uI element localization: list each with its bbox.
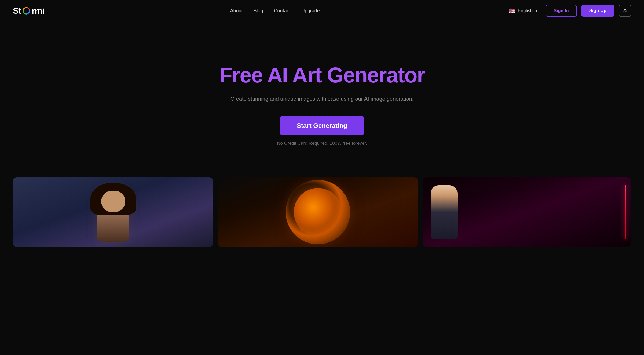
logo-text-end: rmi: [32, 6, 44, 16]
gallery-item-portrait: [13, 177, 213, 247]
signin-button[interactable]: Sign In: [546, 5, 577, 17]
nav-link-contact[interactable]: Contact: [274, 8, 291, 13]
nav-right: 🇺🇸 English ▼ Sign In Sign Up ⚙: [506, 5, 631, 17]
nav-item-blog[interactable]: Blog: [254, 8, 263, 14]
subway-figure: [431, 185, 458, 239]
subway-light-strip-2: [620, 185, 620, 239]
language-label: English: [518, 8, 533, 13]
nav-item-about[interactable]: About: [230, 8, 243, 14]
navbar: St rmi About Blog Contact Upgrade: [0, 0, 644, 21]
logo[interactable]: St rmi: [13, 6, 44, 16]
signup-button[interactable]: Sign Up: [581, 5, 614, 17]
portrait-figure: [97, 188, 129, 242]
hero-note: No Credit Card Required. 100% free forev…: [277, 141, 367, 146]
nav-item-upgrade[interactable]: Upgrade: [301, 8, 320, 14]
lion-figure: [294, 188, 342, 236]
flag-icon: 🇺🇸: [509, 8, 515, 14]
settings-button[interactable]: ⚙: [619, 5, 631, 17]
start-generating-button[interactable]: Start Generating: [280, 116, 364, 135]
gallery-item-lion: [218, 177, 418, 247]
nav-link-upgrade[interactable]: Upgrade: [301, 8, 320, 13]
nav-link-about[interactable]: About: [230, 8, 243, 13]
nav-link-blog[interactable]: Blog: [254, 8, 263, 13]
logo-text-start: St: [13, 6, 21, 16]
logo-icon: [22, 6, 31, 15]
lion-mane: [286, 180, 350, 244]
subway-light-strip-1: [625, 185, 626, 239]
chevron-down-icon: ▼: [535, 9, 538, 13]
nav-links: About Blog Contact Upgrade: [230, 8, 320, 14]
nav-item-contact[interactable]: Contact: [274, 8, 291, 14]
portrait-face: [101, 191, 125, 212]
gallery: [0, 177, 644, 247]
hero-title: Free AI Art Generator: [219, 63, 425, 87]
gear-icon: ⚙: [623, 8, 627, 14]
hero-section: Free AI Art Generator Create stunning an…: [0, 21, 644, 177]
language-selector[interactable]: 🇺🇸 English ▼: [506, 5, 541, 16]
hero-subtitle: Create stunning and unique images with e…: [230, 95, 414, 103]
gallery-item-subway: [423, 177, 631, 247]
